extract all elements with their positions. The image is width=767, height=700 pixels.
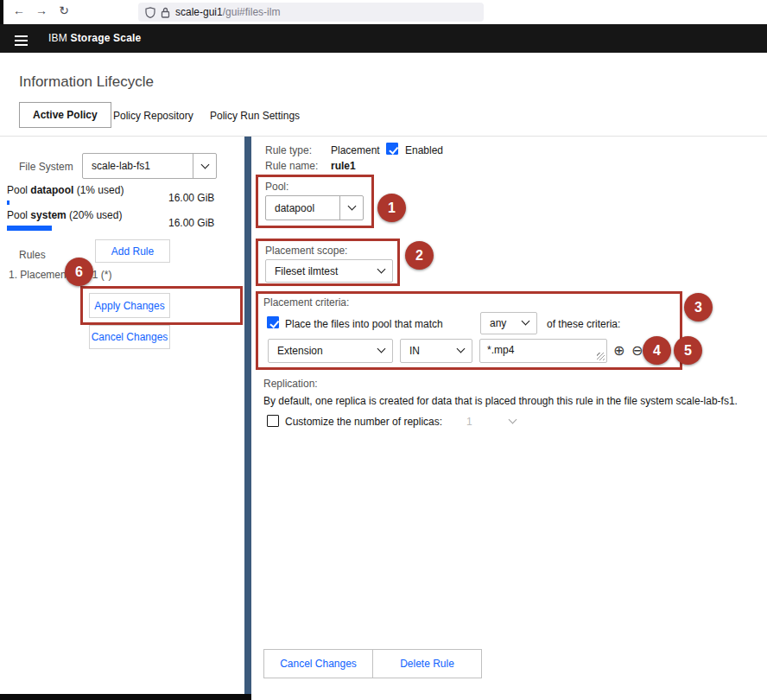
- file-system-dropdown[interactable]: scale-lab-fs1: [82, 153, 217, 179]
- chevron-down-icon: [509, 416, 517, 424]
- annotation-badge-1: 1: [377, 194, 406, 222]
- placement-scope-label: Placement scope:: [265, 245, 347, 257]
- file-system-label: File System: [19, 161, 73, 173]
- chevron-down-icon: [377, 264, 386, 273]
- brand: IBM Storage Scale: [48, 32, 141, 44]
- page-title: Information Lifecycle: [19, 73, 154, 91]
- tab-policy-repository[interactable]: Policy Repository: [113, 110, 193, 122]
- resize-grip-icon[interactable]: [597, 353, 605, 360]
- delete-rule-button[interactable]: Delete Rule: [372, 649, 482, 678]
- shield-icon[interactable]: [145, 7, 155, 18]
- rule-name-label: Rule name:: [265, 160, 318, 172]
- criteria-operator-dropdown[interactable]: IN: [400, 339, 472, 363]
- forward-icon[interactable]: →: [33, 3, 50, 17]
- tab-policy-run-settings[interactable]: Policy Run Settings: [210, 110, 300, 122]
- customize-replicas-label: Customize the number of replicas:: [285, 416, 442, 428]
- chevron-down-icon: [457, 345, 466, 353]
- browser-toolbar: ← → ↻ scale-gui1/gui#files-ilm: [0, 0, 767, 24]
- rule-type-value: Placement: [331, 144, 380, 156]
- remove-criteria-icon[interactable]: ⊖: [631, 344, 643, 358]
- lock-icon: [161, 7, 170, 18]
- criteria-match-prefix: Place the files into pool that match: [285, 318, 443, 330]
- chevron-down-icon: [522, 317, 530, 326]
- placement-scope-dropdown[interactable]: Fileset ilmtest: [265, 259, 393, 283]
- criteria-match-suffix: of these criteria:: [547, 318, 620, 330]
- rule-type-label: Rule type:: [265, 144, 312, 156]
- panel-divider: [244, 137, 251, 695]
- pool-datapool-label: Pool datapool (1% used): [7, 184, 124, 196]
- url-bar[interactable]: scale-gui1/gui#files-ilm: [138, 3, 484, 22]
- chevron-down-icon[interactable]: [193, 154, 216, 178]
- match-mode-dropdown[interactable]: any: [480, 312, 537, 334]
- chevron-down-icon: [377, 345, 386, 353]
- back-icon[interactable]: ←: [10, 3, 28, 17]
- replication-label: Replication:: [263, 378, 318, 390]
- url-text: scale-gui1/gui#files-ilm: [175, 6, 280, 18]
- criteria-field-dropdown[interactable]: Extension: [268, 339, 393, 363]
- window-bottom-edge: [0, 694, 251, 700]
- tab-active-policy[interactable]: Active Policy: [19, 102, 111, 128]
- enabled-checkbox[interactable]: [386, 143, 398, 155]
- replication-text: By default, one replica is created for d…: [263, 394, 760, 409]
- pool-system-usage-bar: [7, 226, 230, 231]
- pool-system-label: Pool system (20% used): [7, 209, 122, 221]
- cancel-changes-sidebar-button[interactable]: Cancel Changes: [89, 325, 170, 349]
- pool-datapool-usage-bar: [7, 200, 230, 205]
- apply-changes-button[interactable]: Apply Changes: [89, 293, 170, 318]
- content-divider: [0, 136, 767, 137]
- window-edge: [0, 0, 3, 24]
- rule-name-value: rule1: [331, 160, 356, 172]
- pool-label: Pool:: [265, 181, 288, 193]
- menu-icon[interactable]: [15, 33, 28, 48]
- rule-list-item[interactable]: 1. Placement: rule1 (*): [9, 269, 111, 281]
- chevron-down-icon[interactable]: [339, 196, 363, 220]
- customize-replicas-checkbox[interactable]: [267, 415, 279, 427]
- rules-label: Rules: [19, 249, 46, 261]
- replicas-count-dropdown: 1: [458, 410, 523, 434]
- annotation-badge-5: 5: [674, 336, 702, 365]
- placement-criteria-label: Placement criteria:: [263, 296, 349, 309]
- cancel-changes-button[interactable]: Cancel Changes: [263, 649, 373, 678]
- criteria-value-input[interactable]: *.mp4: [479, 339, 607, 363]
- enabled-label: Enabled: [405, 144, 443, 156]
- add-criteria-icon[interactable]: ⊕: [613, 344, 624, 358]
- annotation-badge-6: 6: [65, 258, 93, 286]
- app-header: IBM Storage Scale: [0, 24, 767, 53]
- criteria-match-checkbox[interactable]: [267, 316, 279, 328]
- add-rule-button[interactable]: Add Rule: [95, 239, 170, 263]
- annotation-badge-2: 2: [405, 241, 434, 270]
- annotation-badge-3: 3: [684, 293, 713, 321]
- screen: ← → ↻ scale-gui1/gui#files-ilm IBM Stora…: [0, 0, 767, 700]
- pool-dropdown[interactable]: datapool: [265, 195, 364, 220]
- annotation-badge-4: 4: [643, 336, 671, 365]
- refresh-icon[interactable]: ↻: [55, 3, 73, 17]
